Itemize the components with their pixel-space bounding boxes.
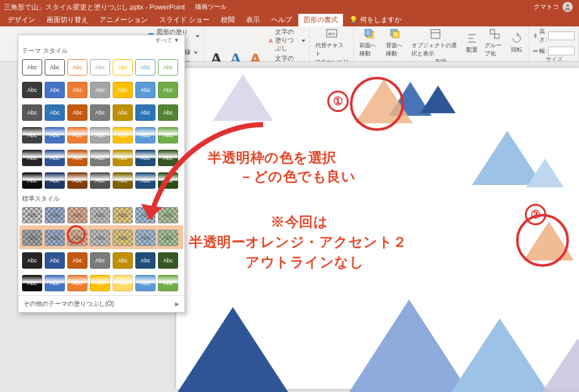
style-swatch[interactable]: Abc — [22, 207, 42, 223]
style-swatch[interactable]: Abc — [67, 127, 87, 143]
style-swatch[interactable]: Abc — [22, 230, 42, 246]
style-swatch[interactable]: Abc — [113, 275, 133, 291]
style-swatch[interactable]: Abc — [158, 127, 178, 143]
style-swatch[interactable]: Abc — [22, 104, 42, 121]
text-fill-button[interactable]: A文字の塗りつぶし — [269, 28, 306, 53]
selection-pane-button[interactable]: オブジェクトの選択と表示 — [410, 28, 461, 58]
send-backward-button[interactable]: 背面へ移動 — [384, 28, 408, 58]
style-swatch[interactable]: Abc — [45, 150, 65, 166]
style-swatch[interactable]: Abc — [158, 275, 178, 291]
style-swatch[interactable]: Abc — [135, 252, 155, 269]
style-swatch[interactable]: Abc — [135, 82, 155, 98]
style-swatch[interactable]: Abc — [90, 252, 110, 269]
style-swatch[interactable]: Abc — [67, 275, 87, 291]
style-swatch[interactable]: Abc — [158, 252, 178, 269]
rotate-button[interactable]: 回転 — [509, 32, 525, 54]
style-swatch[interactable]: Abc — [45, 275, 65, 291]
tab-review[interactable]: 校閲 — [216, 13, 240, 26]
tab-view[interactable]: 表示 — [241, 13, 265, 26]
triangle-shape[interactable] — [526, 159, 564, 188]
style-swatch[interactable]: Abc — [135, 104, 155, 121]
style-swatch[interactable]: Abc — [113, 104, 133, 121]
style-swatch[interactable]: Abc — [135, 127, 155, 143]
style-swatch[interactable]: Abc — [67, 252, 87, 269]
style-swatch[interactable]: Abc — [90, 230, 110, 246]
tab-help[interactable]: ヘルプ — [266, 13, 297, 26]
style-swatch[interactable]: Abc — [45, 172, 65, 189]
style-swatch[interactable]: Abc — [113, 127, 133, 143]
style-swatch[interactable]: Abc — [67, 150, 87, 166]
style-swatch[interactable]: Abc — [90, 59, 110, 76]
height-input[interactable] — [548, 31, 575, 40]
style-swatch[interactable]: Abc — [90, 275, 110, 291]
style-swatch[interactable]: Abc — [113, 150, 133, 166]
style-swatch[interactable]: Abc — [45, 252, 65, 269]
style-swatch[interactable]: Abc — [135, 230, 155, 246]
style-swatch[interactable]: Abc — [113, 172, 133, 189]
slide[interactable]: ① ② 半透明枠の色を選択 －どの色でも良い ※今回は 半透明ーオレンジ・アクセ… — [176, 68, 579, 389]
style-swatch[interactable]: Abc — [158, 230, 178, 246]
style-swatch[interactable]: Abc — [67, 104, 87, 121]
style-swatch[interactable]: Abc — [135, 207, 155, 223]
shape-styles-gallery[interactable]: すべて ▼ テーマ スタイル AbcAbcAbcAbcAbcAbcAbcAbcA… — [18, 35, 185, 313]
style-swatch[interactable]: Abc — [45, 82, 65, 98]
style-swatch[interactable]: Abc — [158, 104, 178, 121]
group-button[interactable]: グループ化 — [483, 28, 507, 58]
style-swatch[interactable]: Abc — [113, 207, 133, 223]
style-swatch[interactable]: Abc — [113, 230, 133, 246]
align-button[interactable]: 配置 — [464, 32, 480, 54]
style-swatch[interactable]: Abc — [22, 127, 42, 143]
tab-design[interactable]: デザイン — [3, 13, 40, 26]
style-swatch[interactable]: Abc — [90, 82, 110, 98]
triangle-shape[interactable] — [540, 339, 579, 392]
style-swatch[interactable]: Abc — [22, 252, 42, 269]
style-swatch[interactable]: Abc — [90, 104, 110, 121]
triangle-shape[interactable] — [213, 74, 273, 121]
bring-forward-button[interactable]: 前面へ移動 — [357, 28, 381, 58]
triangle-shape[interactable] — [151, 307, 315, 392]
width-input[interactable] — [548, 47, 575, 55]
style-swatch[interactable]: Abc — [135, 275, 155, 291]
gallery-other-fills[interactable]: その他のテーマの塗りつぶし(O) ▶ — [18, 295, 184, 312]
style-swatch[interactable]: Abc — [45, 230, 65, 246]
style-swatch[interactable]: Abc — [45, 127, 65, 143]
style-swatch[interactable]: Abc — [22, 59, 42, 76]
style-swatch[interactable]: Abc — [67, 207, 87, 223]
tab-slideshow[interactable]: スライド ショー — [154, 13, 215, 26]
style-swatch[interactable]: Abc — [67, 82, 87, 98]
style-swatch[interactable]: Abc — [67, 230, 87, 246]
style-swatch[interactable]: Abc — [67, 172, 87, 189]
user-avatar-icon[interactable] — [563, 2, 573, 12]
style-swatch[interactable]: Abc — [158, 150, 178, 166]
style-swatch[interactable]: Abc — [90, 207, 110, 223]
style-swatch[interactable]: Abc — [22, 275, 42, 291]
style-swatch[interactable]: Abc — [22, 150, 42, 166]
account-area[interactable]: クマトコ — [534, 2, 573, 12]
style-swatch[interactable]: Abc — [135, 172, 155, 189]
style-swatch[interactable]: Abc — [45, 104, 65, 121]
style-swatch[interactable]: Abc — [158, 207, 178, 223]
style-swatch[interactable]: Abc — [158, 172, 178, 189]
alt-text-button[interactable]: abc 代替テキスト — [313, 28, 349, 58]
tab-transition[interactable]: 画面切り替え — [42, 13, 93, 26]
style-swatch[interactable]: Abc — [45, 59, 65, 76]
style-swatch[interactable]: Abc — [67, 59, 87, 76]
style-swatch[interactable]: Abc — [135, 59, 155, 76]
tab-tellme[interactable]: 💡何をしますか — [344, 13, 407, 26]
style-swatch[interactable]: Abc — [113, 252, 133, 269]
gallery-filter-all[interactable]: すべて ▼ — [18, 35, 184, 45]
style-swatch[interactable]: Abc — [135, 150, 155, 166]
triangle-shape[interactable] — [420, 86, 456, 113]
tab-animation[interactable]: アニメーション — [94, 13, 153, 26]
style-swatch[interactable]: Abc — [113, 59, 133, 76]
style-swatch[interactable]: Abc — [90, 172, 110, 189]
style-swatch[interactable]: Abc — [22, 172, 42, 189]
style-swatch[interactable]: Abc — [90, 150, 110, 166]
style-swatch[interactable]: Abc — [22, 82, 42, 98]
style-swatch[interactable]: Abc — [158, 59, 178, 76]
style-swatch[interactable]: Abc — [45, 207, 65, 223]
style-swatch[interactable]: Abc — [90, 127, 110, 143]
tab-shape-format[interactable]: 図形の書式 — [298, 13, 343, 26]
style-swatch[interactable]: Abc — [113, 82, 133, 98]
style-swatch[interactable]: Abc — [158, 82, 178, 98]
